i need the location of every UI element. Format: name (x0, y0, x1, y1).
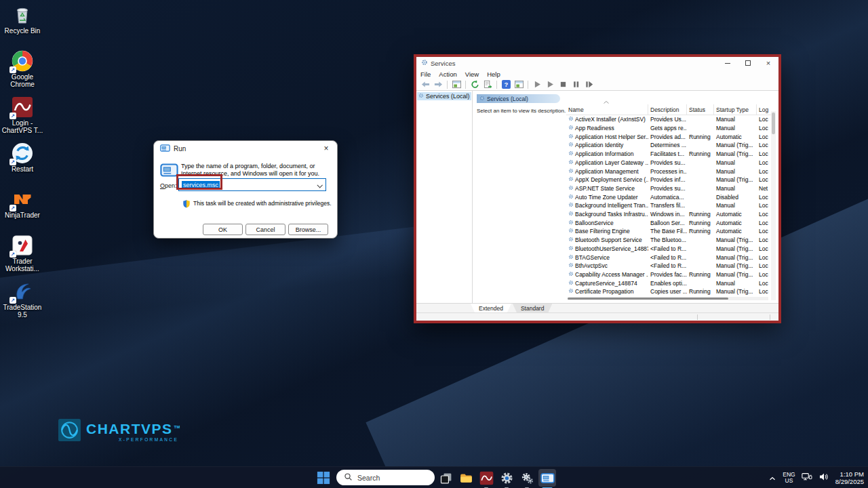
toolbar-arrow-right-icon[interactable] (433, 79, 443, 89)
service-name: ActiveX Installer (AxInstSV) (566, 116, 648, 123)
service-description: Automatica... (648, 194, 687, 201)
tab-extended[interactable]: Extended (471, 304, 511, 312)
service-row[interactable]: Application Host Helper Ser...Provides a… (566, 132, 771, 141)
service-row[interactable]: Background Tasks Infrastru...Windows in.… (566, 210, 771, 219)
service-gear-icon (568, 134, 574, 140)
close-icon[interactable]: × (758, 57, 778, 69)
toolbar-play-icon[interactable] (545, 79, 555, 89)
service-description: Copies user ... (648, 288, 687, 295)
maximize-icon[interactable] (738, 57, 758, 69)
chevron-down-icon[interactable] (317, 182, 322, 188)
column-header-description[interactable]: Description (648, 104, 687, 115)
tree-item-services-local[interactable]: Services (Local) (417, 92, 471, 100)
service-row[interactable]: Bluetooth Support ServiceThe Bluetoo...M… (566, 236, 771, 245)
windows-start-icon[interactable] (316, 470, 331, 485)
toolbar-pause-icon[interactable] (570, 79, 581, 89)
toolbar-console-window-icon[interactable] (451, 79, 462, 89)
service-startup: Automatic (714, 134, 757, 140)
service-startup: Manual (Trig... (714, 262, 757, 269)
horizontal-scrollbar-thumb[interactable] (568, 298, 728, 300)
service-row[interactable]: Auto Time Zone UpdaterAutomatica...Disab… (566, 192, 771, 201)
desktop-icon-label: Recycle Bin (5, 27, 41, 35)
close-icon[interactable]: × (317, 142, 335, 155)
column-header-startup-type[interactable]: Startup Type (714, 104, 757, 115)
clock[interactable]: 1:10 PM 8/29/2025 (835, 470, 864, 485)
desktop-icon-tradestation[interactable]: ↗TradeStation9.5 (0, 281, 45, 323)
tray-chevron-up-icon[interactable] (768, 472, 776, 484)
browse-button[interactable]: Browse... (288, 224, 328, 235)
service-row[interactable]: Application IdentityDetermines ...Manual… (566, 141, 771, 150)
service-row[interactable]: Application ManagementProcesses in...Man… (566, 167, 771, 176)
service-startup: Automatic (714, 228, 757, 235)
toolbar-export-list-icon[interactable] (482, 79, 493, 89)
services-local-header-label: Services (Local) (487, 96, 528, 102)
menu-item-file[interactable]: File (420, 70, 435, 78)
tab-standard[interactable]: Standard (513, 304, 553, 312)
service-row[interactable]: App ReadinessGets apps re...ManualLoc (566, 124, 771, 133)
service-description: Provides Us... (648, 116, 687, 123)
toolbar-refresh-icon[interactable] (469, 79, 480, 89)
menu-item-action[interactable]: Action (439, 70, 461, 78)
service-row[interactable]: BTAGService<Failed to R...Manual (Trig..… (566, 253, 771, 262)
column-header-status[interactable]: Status (687, 104, 714, 115)
run-dialog-title: Run (174, 145, 186, 152)
console-tree-pane: Services (Local) (416, 91, 473, 303)
service-description: Provides ad... (648, 134, 687, 140)
taskbar-icon-settings[interactable] (498, 469, 515, 487)
service-description: Processes in... (648, 168, 687, 175)
trademark-symbol: TM (174, 425, 180, 429)
service-row[interactable]: Application Layer Gateway ...Provides su… (566, 159, 771, 167)
desktop-icon-google-chrome[interactable]: ↗GoogleChrome (0, 50, 45, 92)
service-row[interactable]: AppX Deployment Service (...Provides inf… (566, 176, 771, 184)
tree-item-label: Services (Local) (426, 93, 470, 100)
toolbar-stop-icon[interactable] (557, 79, 568, 89)
service-row[interactable]: ASP.NET State ServiceProvides su...Manua… (566, 184, 771, 193)
service-row[interactable]: BluetoothUserService_148874<Failed to R.… (566, 245, 771, 253)
service-description: <Failed to R... (648, 254, 687, 261)
run-dialog: Run × Type the name of a program, folder… (153, 140, 338, 239)
service-row[interactable]: Background Intelligent Tran...Transfers … (566, 201, 771, 210)
taskbar-icon-ninjatrader[interactable] (477, 469, 495, 487)
taskbar-search[interactable]: Search (336, 470, 435, 485)
volume-icon[interactable] (818, 472, 829, 484)
toolbar-step-icon[interactable] (583, 79, 594, 89)
desktop-icon-restart[interactable]: ↗Restart (0, 142, 45, 184)
menu-item-help[interactable]: Help (487, 70, 505, 78)
minimize-icon[interactable] (717, 57, 738, 69)
cancel-button[interactable]: Cancel (245, 224, 285, 235)
network-icon[interactable] (802, 472, 812, 484)
taskbar-icon-services-console[interactable] (518, 469, 536, 487)
desktop-icon-login-chartvps[interactable]: ↗Login -ChartVPS T... (0, 96, 45, 138)
vertical-scrollbar[interactable] (771, 111, 776, 300)
toolbar-arrow-left-icon[interactable] (420, 79, 431, 89)
desktop-icon-trader-workstation[interactable]: ↗TraderWorkstati... (0, 235, 45, 277)
services-titlebar[interactable]: Services × (416, 57, 778, 69)
horizontal-scrollbar[interactable] (568, 297, 768, 300)
service-row[interactable]: ActiveX Installer (AxInstSV)Provides Us.… (566, 115, 771, 124)
service-row[interactable]: Capability Access Manager ...Provides fa… (566, 270, 771, 279)
toolbar-help-icon[interactable]: ? (500, 79, 511, 89)
language-indicator[interactable]: ENG US (783, 472, 795, 484)
service-row[interactable]: BthAvctpSvc<Failed to R...Manual (Trig..… (566, 262, 771, 270)
service-row[interactable]: Certificate PropagationCopies user ...Ru… (566, 287, 771, 296)
statusbar-divider (697, 314, 698, 320)
service-row[interactable]: CaptureService_148874Enables opti...Manu… (566, 279, 771, 287)
service-row[interactable]: Application InformationFacilitates t...R… (566, 150, 771, 159)
toolbar-play-icon[interactable] (532, 79, 542, 89)
toolbar-console-window-icon[interactable] (513, 79, 524, 89)
run-dialog-titlebar[interactable]: Run (154, 141, 337, 156)
service-row[interactable]: Base Filtering EngineThe Base Fil...Runn… (566, 227, 771, 236)
desktop-icon-ninjatrader[interactable]: ↗NinjaTrader (0, 188, 45, 230)
taskbar-icon-run[interactable] (538, 469, 556, 487)
desktop-icon-recycle-bin[interactable]: Recycle Bin (0, 4, 45, 46)
services-gear-icon (479, 96, 485, 102)
vertical-scrollbar-thumb[interactable] (772, 113, 775, 134)
ok-button[interactable]: OK (203, 224, 243, 235)
taskbar-icon-file-explorer[interactable] (457, 469, 475, 487)
service-row[interactable]: BalloonServiceBalloon Ser...RunningAutom… (566, 218, 771, 227)
taskbar-icon-task-view[interactable] (437, 469, 454, 487)
service-gear-icon (568, 159, 574, 166)
service-description: Balloon Ser... (648, 220, 687, 226)
column-header-name[interactable]: Name (566, 104, 648, 115)
menu-item-view[interactable]: View (465, 70, 484, 78)
